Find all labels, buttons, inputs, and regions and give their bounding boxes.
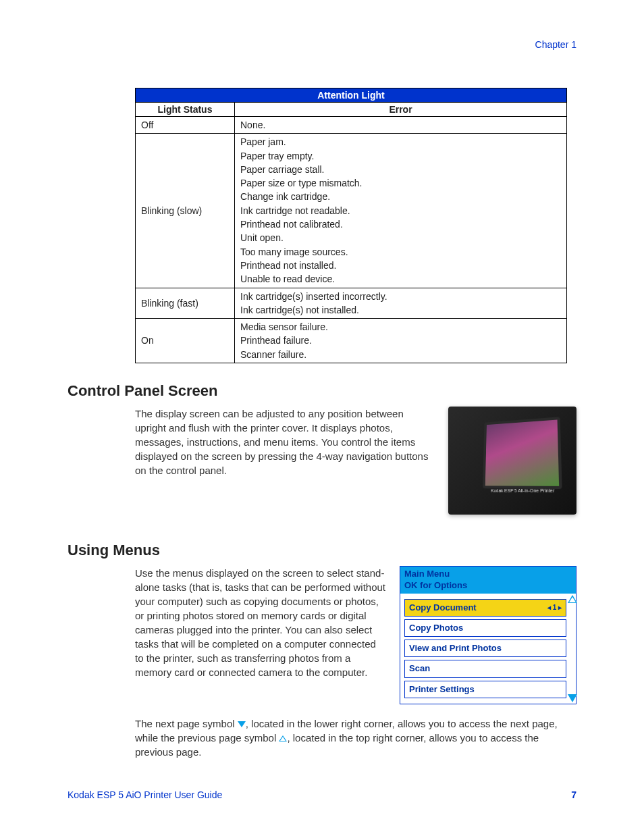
menu-item[interactable]: Copy Document◂ 1 ▸ xyxy=(404,599,566,617)
heading-control-panel-screen: Control Panel Screen xyxy=(68,382,576,400)
menu-item-indicator: ◂ 1 ▸ xyxy=(547,603,562,613)
table-error-cell: None. xyxy=(235,117,567,134)
menu-item[interactable]: Copy Photos xyxy=(404,619,566,637)
col-light-status: Light Status xyxy=(136,103,235,117)
table-error-cell: Media sensor failure.Printhead failure.S… xyxy=(235,319,567,363)
table-title: Attention Light xyxy=(136,88,567,103)
heading-using-menus: Using Menus xyxy=(68,542,576,559)
col-error: Error xyxy=(235,103,567,117)
main-menu-panel: Main Menu OK for Options Copy Document◂ … xyxy=(400,566,576,704)
footer-page-number: 7 xyxy=(571,789,576,800)
previous-page-icon[interactable] xyxy=(568,595,577,603)
using-menus-body-1: Use the menus displayed on the screen to… xyxy=(135,566,386,679)
printer-photo-label: Kodak ESP 5 All-in-One Printer xyxy=(491,488,554,494)
table-status-cell: On xyxy=(136,319,235,363)
table-status-cell: Blinking (fast) xyxy=(136,288,235,319)
menu-title-line1: Main Menu xyxy=(404,569,572,580)
attention-light-table: Attention Light Light Status Error OffNo… xyxy=(135,88,567,363)
next-page-icon[interactable] xyxy=(568,694,577,702)
printer-display-photo: Kodak ESP 5 All-in-One Printer xyxy=(448,407,576,515)
previous-page-symbol-icon xyxy=(279,735,287,741)
table-error-cell: Ink cartridge(s) inserted incorrectly.In… xyxy=(235,288,567,319)
menu-title-line2: OK for Options xyxy=(404,580,572,592)
menu-header: Main Menu OK for Options xyxy=(400,567,576,594)
document-page: Chapter 1 Attention Light Light Status E… xyxy=(0,0,644,834)
menu-item[interactable]: View and Print Photos xyxy=(404,640,566,657)
menu-item[interactable]: Printer Settings xyxy=(404,681,566,698)
footer-guide-title: Kodak ESP 5 AiO Printer User Guide xyxy=(68,789,222,800)
using-menus-body-2: The next page symbol , located in the lo… xyxy=(135,716,576,759)
control-panel-body: The display screen can be adjusted to an… xyxy=(135,407,435,477)
chapter-link[interactable]: Chapter 1 xyxy=(535,39,576,50)
table-status-cell: Off xyxy=(136,117,235,134)
next-page-symbol-icon xyxy=(238,721,246,727)
table-status-cell: Blinking (slow) xyxy=(136,134,235,288)
page-footer: Kodak ESP 5 AiO Printer User Guide 7 xyxy=(68,789,576,800)
menu-item[interactable]: Scan xyxy=(404,660,566,677)
table-error-cell: Paper jam.Paper tray empty.Paper carriag… xyxy=(235,134,567,288)
